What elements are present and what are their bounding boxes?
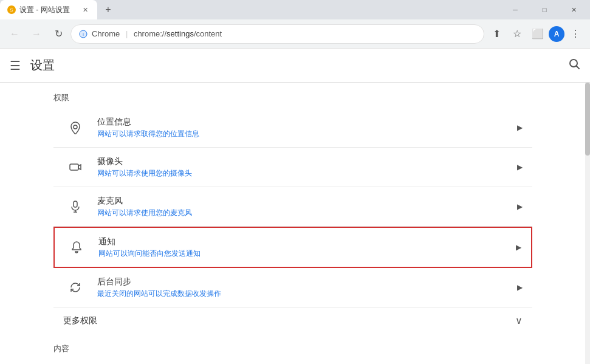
main-content: ☰ 设置 权限 <box>0 49 590 364</box>
camera-desc: 网站可以请求使用您的摄像头 <box>97 168 517 179</box>
maximize-button[interactable]: □ <box>530 0 558 19</box>
camera-arrow: ▶ <box>517 163 523 171</box>
svg-rect-8 <box>70 164 78 170</box>
titlebar: S 设置 - 网站设置 ✕ + ─ □ ✕ <box>0 0 590 19</box>
bookmark-button[interactable]: ☆ <box>507 24 527 44</box>
location-icon <box>63 115 87 140</box>
content-section-header: 内容 <box>53 334 532 359</box>
camera-title: 摄像头 <box>97 156 517 167</box>
more-permissions-header[interactable]: 更多权限 ∨ <box>53 307 532 334</box>
notifications-desc: 网站可以询问能否向您发送通知 <box>98 249 516 259</box>
permissions-list: 位置信息 网站可以请求取得您的位置信息 ▶ <box>53 108 532 307</box>
scrollbar-thumb[interactable] <box>585 83 590 156</box>
profile-button[interactable]: A <box>549 26 564 42</box>
address-host: settings <box>166 29 194 38</box>
back-button[interactable]: ← <box>5 24 24 44</box>
background-sync-desc: 最近关闭的网站可以完成数据收发操作 <box>97 289 517 299</box>
content-scroll[interactable]: 权限 位置信息 <box>0 83 585 364</box>
location-title: 位置信息 <box>97 117 517 128</box>
titlebar-left: S 设置 - 网站设置 ✕ + <box>0 0 117 19</box>
settings-search-button[interactable] <box>568 58 580 73</box>
notification-bell-icon <box>64 235 89 259</box>
menu-button[interactable]: ⋮ <box>566 24 585 44</box>
notifications-text: 通知 网站可以询问能否向您发送通知 <box>98 236 516 259</box>
location-text: 位置信息 网站可以请求取得您的位置信息 <box>97 117 517 139</box>
microphone-desc: 网站可以请求使用您的麦克风 <box>97 208 517 218</box>
svg-point-7 <box>74 125 77 129</box>
address-text: Chrome | chrome://settings/content <box>92 29 476 38</box>
svg-line-6 <box>577 66 580 69</box>
permissions-section-header: 权限 <box>53 83 532 108</box>
location-arrow: ▶ <box>517 123 523 132</box>
microphone-icon <box>63 194 87 219</box>
sync-icon <box>63 275 87 300</box>
hamburger-icon[interactable]: ☰ <box>10 58 21 73</box>
more-permissions-label: 更多权限 <box>63 315 515 326</box>
background-sync-text: 后台同步 最近关闭的网站可以完成数据收发操作 <box>97 276 517 299</box>
address-brand: Chrome <box>92 29 120 38</box>
address-path: /content <box>194 29 222 38</box>
background-sync-title: 后台同步 <box>97 276 517 287</box>
address-bar[interactable]: i Chrome | chrome://settings/content <box>70 24 484 44</box>
microphone-title: 麦克风 <box>97 196 517 207</box>
camera-icon <box>63 155 87 179</box>
svg-text:S: S <box>10 7 13 13</box>
address-sep: | <box>126 29 128 38</box>
background-sync-arrow: ▶ <box>517 283 523 292</box>
close-button[interactable]: ✕ <box>560 0 588 19</box>
perm-item-background-sync[interactable]: 后台同步 最近关闭的网站可以完成数据收发操作 ▶ <box>53 268 532 307</box>
minimize-button[interactable]: ─ <box>501 0 529 19</box>
toolbar-right: ⬆ ☆ ⬜ A ⋮ <box>487 24 585 44</box>
content-area: 权限 位置信息 <box>0 83 590 364</box>
address-scheme: chrome:// <box>134 29 166 38</box>
tab-label: 设置 - 网站设置 <box>19 5 70 15</box>
settings-header: ☰ 设置 <box>0 49 590 83</box>
window-controls: ─ □ ✕ <box>501 0 590 19</box>
tab-favicon: S <box>7 5 16 14</box>
share-button[interactable]: ⬆ <box>487 24 506 44</box>
microphone-text: 麦克风 网站可以请求使用您的麦克风 <box>97 196 517 218</box>
tab-close-button[interactable]: ✕ <box>80 5 90 15</box>
notifications-arrow: ▶ <box>516 243 521 252</box>
chevron-down-icon: ∨ <box>515 315 523 326</box>
perm-item-microphone[interactable]: 麦克风 网站可以请求使用您的麦克风 ▶ <box>53 187 532 227</box>
svg-marker-9 <box>78 165 81 170</box>
new-tab-button[interactable]: + <box>100 1 117 18</box>
reload-button[interactable]: ↻ <box>49 24 68 44</box>
microphone-arrow: ▶ <box>517 202 523 211</box>
perm-item-notifications[interactable]: 通知 网站可以询问能否向您发送通知 ▶ <box>53 227 532 268</box>
lock-icon: i <box>78 29 88 39</box>
content-inner: 权限 位置信息 <box>44 83 542 359</box>
perm-item-location[interactable]: 位置信息 网站可以请求取得您的位置信息 ▶ <box>53 108 532 148</box>
active-tab[interactable]: S 设置 - 网站设置 ✕ <box>0 0 97 19</box>
forward-button[interactable]: → <box>27 24 46 44</box>
svg-rect-10 <box>74 201 77 207</box>
scrollbar-track[interactable] <box>585 83 590 364</box>
app-body: ☰ 设置 权限 <box>0 49 590 364</box>
camera-text: 摄像头 网站可以请求使用您的摄像头 <box>97 156 517 179</box>
perm-item-camera[interactable]: 摄像头 网站可以请求使用您的摄像头 ▶ <box>53 148 532 187</box>
settings-title: 设置 <box>30 57 55 74</box>
location-desc: 网站可以请求取得您的位置信息 <box>97 129 517 139</box>
browser-toolbar: ← → ↻ i Chrome | chrome://settings/conte… <box>0 19 590 49</box>
notifications-title: 通知 <box>98 236 516 247</box>
window-button[interactable]: ⬜ <box>528 24 547 44</box>
